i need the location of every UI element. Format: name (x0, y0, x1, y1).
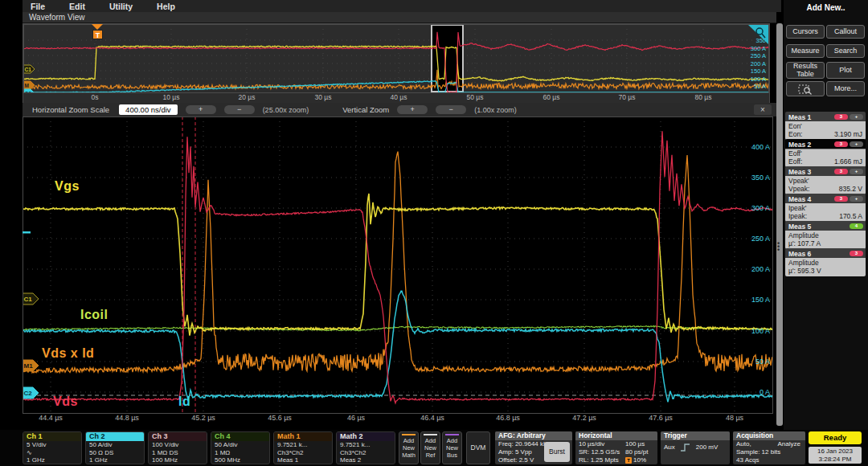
meas-count-badge: 3 (850, 251, 863, 256)
color-line (445, 434, 459, 435)
menu-utility[interactable]: Utility (109, 2, 133, 11)
meas-header: Meas 33+ (785, 166, 866, 176)
overview-plot[interactable]: C1MC2350300 A250 A200 A150 A100 A50 A0 A (23, 24, 769, 93)
results-table-button[interactable]: Results Table (786, 62, 825, 79)
menu-file[interactable]: File (31, 2, 45, 11)
y-axis-tick: 200 A (751, 60, 766, 67)
cursors-button[interactable]: Cursors (786, 25, 825, 39)
meas-label: Eon: (788, 130, 803, 138)
y-axis-tick: 300 A (751, 204, 770, 212)
overview-time-tick: 80 µs (695, 93, 712, 101)
horizontal-title: Horizontal (575, 431, 657, 440)
right-sidebar: Add New.. CursorsCalloutMeasureSearchRes… (784, 0, 868, 430)
channel-setting: Meas 2 (337, 456, 395, 464)
channel-badge-ch2[interactable]: Ch 250 A/div50 Ω DS1 GHz (85, 431, 145, 464)
meas-count-badge: 4 (850, 223, 863, 229)
add-new-header: Add New.. (784, 3, 868, 12)
h-sample-rate: SR: 12.5 GS/s (579, 448, 625, 456)
channel-badge-math2[interactable]: Math 29.7521 k...Ch3*Ch2Meas 2 (336, 431, 395, 464)
plot-button[interactable]: Plot (826, 62, 865, 79)
afg-panel[interactable]: AFG: Arbitrary Freq: 20.9644 kHz Amp: 5 … (495, 431, 572, 464)
main-plot-canvas[interactable]: C1M1C2400 A350 A300 A250 A200 A150 A100 … (23, 117, 773, 414)
overview-time-tick: 40 µs (391, 93, 407, 101)
overview-time-tick: 0s (92, 93, 99, 101)
burst-button[interactable]: Burst (544, 442, 570, 462)
channel-setting: 100 MHz (149, 456, 207, 464)
pane-splitter-handle[interactable]: ••• (776, 23, 783, 426)
h-zoom-minus-button[interactable]: − (224, 105, 255, 114)
add-new-bus-button[interactable]: Add New Bus (442, 431, 462, 464)
meas-card-5[interactable]: Meas 54Amplitudeµ': 107.7 A (785, 221, 866, 249)
close-zoom-icon[interactable]: × (754, 104, 772, 115)
meas-badges: 3+ (834, 141, 863, 147)
meas-badges: 4 (850, 223, 863, 229)
meas-body: Amplitudeµ': 595.3 V (785, 258, 866, 276)
y-axis-tick: 350 A (751, 174, 770, 182)
meas-card-3[interactable]: Meas 33+Vpeak'Vpeak:835.2 V (785, 166, 866, 194)
channel-setting: 1 GHz (86, 456, 144, 464)
meas-card-4[interactable]: Meas 43+Ipeak'Ipeak:170.5 A (785, 194, 866, 222)
horizontal-panel[interactable]: Horizontal 10 µs/div100 µs SR: 12.5 GS/s… (575, 431, 657, 464)
bottom-settings-bar: Ch 15 V/div∿1 GHzCh 250 A/div50 Ω DS1 GH… (0, 430, 868, 466)
trigger-marker-icon[interactable] (92, 24, 103, 30)
main-time-axis: 44.4 µs44.8 µs45.2 µs45.6 µs46 µs46.4 µs… (23, 414, 773, 425)
main-time-tick: 45.6 µs (268, 414, 292, 422)
channel-badge-ch4[interactable]: Ch 450 A/div1 MΩ500 MHz (211, 431, 270, 464)
meas-name: Meas 2 (788, 141, 811, 149)
meas-card-6[interactable]: Meas 63Amplitudeµ': 595.3 V (785, 248, 866, 276)
h-zoom-scale-value[interactable]: 400.00 ns/div (119, 104, 178, 115)
meas-body: Amplitudeµ': 107.7 A (785, 231, 866, 249)
search-button[interactable]: Search (826, 44, 865, 58)
rising-edge-icon (680, 443, 691, 452)
meas-value: 3.190 mJ (834, 130, 862, 138)
meas-name: Meas 6 (788, 250, 811, 258)
main-time-tick: 48 µs (726, 414, 743, 422)
meas-card-1[interactable]: Meas 13+Eon'Eon:3.190 mJ (785, 112, 866, 140)
v-zoom-plus-button[interactable]: + (397, 105, 428, 114)
trigger-panel[interactable]: Trigger Aux 200 mV (661, 431, 730, 464)
channel-setting: 9.7521 k... (337, 441, 395, 449)
channel-badge-c1[interactable]: C1 (25, 67, 32, 72)
channel-badge-c1[interactable]: C1 (24, 296, 33, 303)
channel-setting: ∿ (23, 449, 81, 457)
y-axis-tick: 0 A (760, 388, 770, 396)
add-new-ref-button[interactable]: Add New Ref (420, 431, 440, 464)
channel-badge-m1[interactable]: M1 (24, 362, 34, 370)
channel-badge-m[interactable]: M (25, 83, 29, 88)
y-axis-tick: 150 A (751, 67, 766, 75)
channel-setting: Ch3*Ch2 (337, 449, 395, 457)
color-line (402, 434, 416, 435)
main-zoom-waveform-plot[interactable]: C1M1C2400 A350 A300 A250 A200 A150 A100 … (23, 117, 773, 414)
dvm-button[interactable]: DVM (466, 431, 490, 464)
meas-card-2[interactable]: Meas 23+Eoff'Eoff:1.666 mJ (785, 139, 866, 167)
acquisition-title: Acquisition (733, 431, 805, 440)
menu-edit[interactable]: Edit (69, 2, 85, 11)
channel-badge-math1[interactable]: Math 19.7521 k...Ch3*Ch2Meas 1 (273, 431, 333, 464)
channel-badge-ch3[interactable]: Ch 3100 V/div1 MΩ DS100 MHz (148, 431, 207, 464)
zoom-area-button[interactable] (786, 81, 825, 96)
trigger-level: 200 mV (696, 444, 719, 452)
v-zoom-minus-button[interactable]: − (436, 105, 466, 114)
h-trig-position: T10% (625, 456, 646, 464)
trigger-flag[interactable]: T (92, 30, 103, 39)
add-new-math-button[interactable]: Add New Math (399, 431, 419, 464)
meas-count-badge: + (850, 114, 863, 120)
channel-badge-c2[interactable]: C2 (24, 390, 33, 397)
meas-line2: Eoff:1.666 mJ (788, 157, 862, 166)
overview-time-tick: 70 µs (619, 93, 636, 101)
h-scale: 10 µs/div (579, 440, 625, 448)
tab-waveform-view[interactable]: Waveform View (29, 13, 84, 22)
ch2-position-marker (23, 231, 31, 234)
acquisition-panel[interactable]: Acquisition Auto,Analyze Sample: 12 bits… (733, 431, 805, 464)
measure-button[interactable]: Measure (786, 44, 825, 58)
meas-count-badge: 3 (834, 114, 848, 120)
channel-setting: 1 GHz (23, 456, 81, 464)
channel-badge-ch1[interactable]: Ch 15 V/div∿1 GHz (23, 431, 82, 464)
add-button-label: Add New Math (399, 437, 418, 459)
callout-button[interactable]: Callout (826, 25, 865, 39)
h-zoom-plus-button[interactable]: + (186, 105, 216, 114)
more--button[interactable]: More... (826, 81, 865, 96)
meas-count-badge: 3 (834, 169, 848, 174)
overview-waveform-strip[interactable]: C1MC2350300 A250 A200 A150 A100 A50 A0 A… (23, 23, 770, 104)
menu-help[interactable]: Help (157, 2, 175, 11)
